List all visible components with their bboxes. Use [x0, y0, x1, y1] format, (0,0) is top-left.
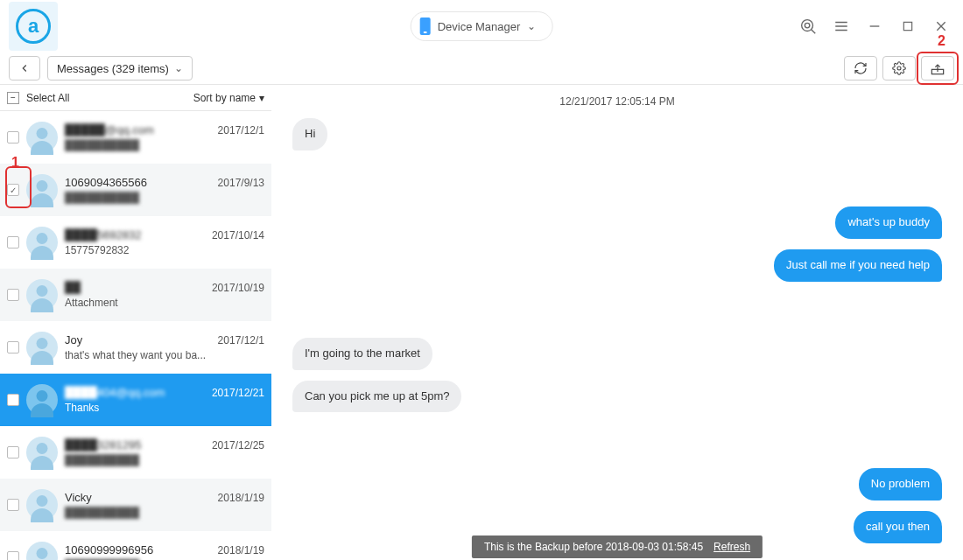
conversation-item[interactable]: Joy2017/12/1that's what they want you ba…	[0, 321, 271, 374]
conversation-date: 2018/1/19	[218, 544, 264, 556]
device-selector[interactable]: Device Manager ⌄	[411, 11, 553, 41]
toolbar: Messages (329 items) ⌄	[0, 52, 963, 84]
conversation-checkbox[interactable]	[7, 394, 19, 406]
conversation-item[interactable]: ████404@qq.com2017/12/21Thanks	[0, 374, 271, 426]
avatar	[26, 542, 58, 560]
svg-point-2	[805, 23, 810, 27]
conversation-date: 2017/12/1	[218, 334, 264, 346]
avatar	[26, 122, 58, 153]
message-outgoing: what's up buddy	[835, 206, 942, 239]
conversation-meta: Joy2017/12/1that's what they want you ba…	[65, 333, 264, 361]
conversation-meta: ████56928322017/10/1415775792832	[65, 228, 264, 256]
message-outgoing: Just call me if you need help	[774, 249, 942, 282]
conversation-name: ████5692832	[65, 228, 141, 242]
conversation-sidebar: − Select All Sort by name ▾ █████@qq.com…	[0, 85, 271, 560]
svg-point-0	[802, 20, 813, 32]
search-icon[interactable]	[795, 13, 821, 39]
conversation-name: Vicky	[65, 491, 92, 504]
message-list: Hiwhat's up buddyJust call me if you nee…	[271, 118, 963, 560]
select-all-label: Select All	[26, 92, 69, 104]
conversation-name: ████404@qq.com	[65, 386, 165, 399]
conversation-name: █████@qq.com	[65, 123, 154, 136]
conversation-preview: ██████████	[65, 454, 264, 466]
list-header: − Select All Sort by name ▾	[0, 85, 271, 111]
conversation-list[interactable]: █████@qq.com2017/12/1██████████✓10690943…	[0, 111, 271, 560]
conversation-date: 2017/10/14	[212, 229, 264, 242]
conversation-checkbox[interactable]	[7, 341, 19, 354]
conversation-checkbox[interactable]	[7, 289, 19, 301]
toolbar-right	[844, 56, 954, 80]
select-all-checkbox[interactable]: −	[7, 92, 19, 104]
conversation-date: 2017/12/25	[212, 439, 264, 452]
message-incoming: Hi	[292, 118, 327, 150]
refresh-button[interactable]	[844, 56, 877, 80]
conversation-name: ████3281295	[65, 438, 141, 452]
message-incoming: I'm going to the market	[292, 338, 432, 370]
content-columns: − Select All Sort by name ▾ █████@qq.com…	[0, 84, 963, 560]
avatar	[26, 384, 58, 416]
svg-line-1	[812, 30, 816, 34]
minimize-button[interactable]	[861, 13, 888, 39]
conversation-date: 2017/12/21	[212, 387, 264, 399]
chevron-down-icon: ⌄	[174, 62, 183, 74]
conversation-preview: 15775792832	[65, 244, 264, 256]
conversation-item[interactable]: ████56928322017/10/1415775792832	[0, 216, 271, 269]
annotation-2: 2	[938, 33, 945, 49]
conversation-checkbox[interactable]	[7, 446, 19, 458]
conversation-item[interactable]: 106909999969562018/1/19██████████	[0, 531, 271, 560]
backup-refresh-link[interactable]: Refresh	[713, 541, 750, 553]
backup-info-bar: This is the Backup before 2018-09-03 01:…	[472, 536, 763, 558]
conversation-preview: Thanks	[65, 402, 264, 414]
avatar	[26, 437, 58, 468]
app-logo-glyph: a	[16, 9, 51, 44]
maximize-button[interactable]	[895, 13, 921, 39]
conversation-checkbox[interactable]	[7, 236, 19, 248]
conversation-meta: ████404@qq.com2017/12/21Thanks	[65, 386, 264, 414]
backup-text: This is the Backup before 2018-09-03 01:…	[484, 541, 703, 553]
conversation-meta: 106909999969562018/1/19██████████	[65, 543, 264, 560]
breadcrumb-label: Messages (329 items)	[57, 62, 169, 75]
chat-date-header: 12/21/2017 12:05:14 PM	[271, 85, 963, 118]
conversation-item[interactable]: Vicky2018/1/19██████████	[0, 479, 271, 531]
conversation-date: 2017/10/19	[212, 282, 264, 294]
conversation-item[interactable]: ██2017/10/19Attachment	[0, 269, 271, 321]
conversation-meta: █████@qq.com2017/12/1██████████	[65, 123, 264, 151]
conversation-checkbox[interactable]	[7, 131, 19, 144]
device-label: Device Manager	[438, 20, 521, 33]
sort-dropdown[interactable]: Sort by name ▾	[193, 92, 264, 104]
app-logo: a	[9, 2, 58, 51]
conversation-item[interactable]: ████32812952017/12/25██████████	[0, 426, 271, 479]
annotation-box-1	[5, 166, 32, 208]
back-button[interactable]	[9, 56, 40, 80]
export-button[interactable]	[921, 56, 954, 80]
message-outgoing: No problem	[859, 468, 942, 500]
conversation-date: 2018/1/19	[218, 492, 264, 504]
conversation-meta: ██2017/10/19Attachment	[65, 281, 264, 309]
conversation-name: 1069094365566	[65, 176, 147, 189]
conversation-preview: Attachment	[65, 297, 264, 309]
breadcrumb-messages[interactable]: Messages (329 items) ⌄	[47, 56, 193, 80]
window-controls	[795, 13, 954, 39]
message-incoming: Can you pick me up at 5pm?	[292, 381, 461, 413]
conversation-meta: 10690943655662017/9/13██████████	[65, 176, 264, 204]
chevron-down-icon: ⌄	[527, 20, 536, 32]
avatar	[26, 279, 58, 311]
annotation-box-2	[917, 52, 959, 85]
conversation-preview: ██████████	[65, 507, 264, 519]
title-bar: a Device Manager ⌄ 2	[0, 0, 963, 52]
settings-button[interactable]	[882, 56, 916, 80]
phone-icon	[420, 18, 431, 35]
chat-pane: 12/21/2017 12:05:14 PM Hiwhat's up buddy…	[271, 85, 963, 560]
conversation-checkbox[interactable]	[7, 551, 19, 560]
conversation-item[interactable]: █████@qq.com2017/12/1██████████	[0, 111, 271, 164]
avatar	[26, 489, 58, 521]
conversation-name: ██	[65, 281, 81, 294]
svg-point-10	[897, 66, 901, 70]
menu-icon[interactable]	[828, 13, 854, 39]
avatar	[26, 332, 58, 363]
conversation-preview: ██████████	[65, 139, 264, 151]
conversation-preview: ██████████	[65, 192, 264, 204]
conversation-item[interactable]: ✓10690943655662017/9/13██████████	[0, 164, 271, 216]
conversation-date: 2017/9/13	[218, 177, 264, 189]
conversation-checkbox[interactable]	[7, 499, 19, 511]
